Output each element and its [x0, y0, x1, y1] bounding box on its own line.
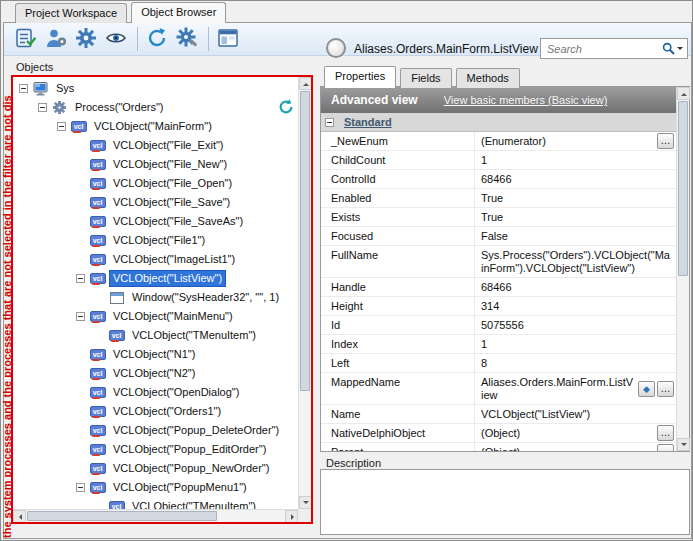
tree-item-label: VCLObject("MainMenu") — [110, 309, 236, 324]
scroll-down-button[interactable] — [677, 438, 690, 451]
tree-item[interactable]: vclVCLObject("MainForm") — [13, 117, 298, 136]
expander-spacer — [76, 350, 85, 359]
collapse-toggle[interactable] — [76, 483, 85, 492]
tree-horizontal-scrollbar[interactable] — [13, 509, 298, 522]
mapped-name-button[interactable]: ◆ — [638, 381, 655, 397]
property-row[interactable]: ExistsTrue — [321, 208, 676, 227]
tree-item[interactable]: Window("SysHeader32", "", 1) — [13, 288, 298, 307]
tree-item[interactable]: vclVCLObject("File_Open") — [13, 174, 298, 193]
panel-grid-button[interactable] — [214, 25, 242, 53]
search-options-dropdown-icon[interactable] — [677, 47, 683, 53]
search-input[interactable] — [545, 42, 660, 56]
tree-item[interactable]: vclVCLObject("File1") — [13, 231, 298, 250]
user-gear-button[interactable] — [42, 25, 70, 53]
tree-item[interactable]: vclVCLObject("Popup_DeleteOrder") — [13, 421, 298, 440]
collapse-toggle[interactable] — [76, 312, 85, 321]
property-value: (Object)… — [475, 424, 676, 442]
vcl-icon: vcl — [89, 196, 106, 210]
collapse-toggle[interactable] — [57, 122, 66, 131]
vcl-icon: vcl — [89, 405, 106, 419]
property-row[interactable]: NameVCLObject("ListView") — [321, 405, 676, 424]
property-row[interactable]: MappedNameAliases.Orders.MainForm.ListVi… — [321, 373, 676, 405]
tab-properties[interactable]: Properties — [324, 66, 396, 88]
ellipsis-button[interactable]: … — [657, 425, 674, 441]
scroll-up-button[interactable] — [299, 77, 311, 90]
section-collapse-toggle[interactable] — [325, 118, 334, 127]
property-row[interactable]: ControlId68466 — [321, 170, 676, 189]
tree-item-label: VCLObject("ListView") — [110, 271, 225, 286]
tree-item[interactable]: vclVCLObject("File_New") — [13, 155, 298, 174]
property-row[interactable]: Index1 — [321, 335, 676, 354]
tree-item[interactable]: vclVCLObject("File_Exit") — [13, 136, 298, 155]
tree-item[interactable]: vclVCLObject("TMenuItem") — [13, 497, 298, 509]
objects-panel-title: Objects — [16, 61, 53, 73]
tree-item-label: VCLObject("File_Open") — [110, 176, 235, 191]
tree-item[interactable]: vclVCLObject("N2") — [13, 364, 298, 383]
collapse-toggle[interactable] — [19, 84, 28, 93]
tree-item[interactable]: vclVCLObject("OpenDialog") — [13, 383, 298, 402]
tree-item[interactable]: vclVCLObject("MainMenu") — [13, 307, 298, 326]
gear-wrench-button[interactable] — [173, 25, 201, 53]
tree-item-label: VCLObject("Orders1") — [110, 404, 224, 419]
tree-item[interactable]: Sys — [13, 79, 298, 98]
tab-fields[interactable]: Fields — [400, 68, 451, 88]
collapse-toggle[interactable] — [76, 274, 85, 283]
tree-vscroll-thumb[interactable] — [300, 91, 310, 391]
tree-hscroll-thumb[interactable] — [27, 511, 217, 521]
scroll-right-button[interactable] — [285, 510, 298, 522]
properties-vertical-scrollbar[interactable] — [676, 87, 689, 451]
highlight-checklist-button[interactable] — [12, 25, 40, 53]
tab-methods[interactable]: Methods — [456, 68, 520, 88]
property-value-text: 1 — [481, 154, 670, 167]
collapse-toggle[interactable] — [38, 103, 47, 112]
property-row[interactable]: FocusedFalse — [321, 227, 676, 246]
property-row[interactable]: _NewEnum(Enumerator)… — [321, 132, 676, 151]
tree-item[interactable]: vclVCLObject("Popup_EditOrder") — [13, 440, 298, 459]
vcl-icon: vcl — [108, 500, 125, 510]
tree-item[interactable]: vclVCLObject("File_Save") — [13, 193, 298, 212]
refresh-button[interactable] — [143, 25, 171, 53]
vcl-icon: vcl — [89, 367, 106, 381]
property-value: Aliases.Orders.MainForm.ListView◆… — [475, 373, 676, 404]
tree-vertical-scrollbar[interactable] — [298, 77, 311, 509]
tab-project-workspace[interactable]: Project Workspace — [15, 3, 127, 23]
tree-item[interactable]: vclVCLObject("PopupMenu1") — [13, 478, 298, 497]
property-row[interactable]: Id5075556 — [321, 316, 676, 335]
scroll-up-button[interactable] — [677, 87, 690, 100]
tree-item[interactable]: vclVCLObject("ImageList1") — [13, 250, 298, 269]
computer-icon — [32, 82, 49, 96]
property-row[interactable]: Handle68466 — [321, 278, 676, 297]
tree-item[interactable]: Process("Orders") — [13, 98, 298, 117]
ellipsis-button[interactable]: … — [657, 444, 674, 451]
tree-item[interactable]: vclVCLObject("Popup_NewOrder") — [13, 459, 298, 478]
scroll-left-button[interactable] — [13, 510, 26, 522]
tree-item[interactable]: vclVCLObject("N1") — [13, 345, 298, 364]
property-grid-rows: _NewEnum(Enumerator)…ChildCount1ControlI… — [321, 132, 676, 451]
eye-button[interactable] — [102, 25, 130, 53]
property-row[interactable]: NativeDelphiObject(Object)… — [321, 424, 676, 443]
tree-item[interactable]: vclVCLObject("ListView") — [13, 269, 298, 288]
property-value: 68466 — [475, 278, 676, 296]
tab-object-browser[interactable]: Object Browser — [131, 2, 226, 23]
tree-item-label: VCLObject("N1") — [110, 347, 198, 362]
property-row[interactable]: Left8 — [321, 354, 676, 373]
property-row[interactable]: Height314 — [321, 297, 676, 316]
search-icon[interactable] — [662, 42, 675, 55]
property-row[interactable]: FullNameSys.Process("Orders").VCLObject(… — [321, 246, 676, 278]
ellipsis-button[interactable]: … — [657, 381, 674, 397]
properties-vscroll-thumb[interactable] — [678, 101, 688, 276]
scroll-down-button[interactable] — [299, 496, 311, 509]
basic-view-link[interactable]: View basic members (Basic view) — [444, 94, 608, 106]
tree-item-label: VCLObject("File_Save") — [110, 195, 233, 210]
ellipsis-button[interactable]: … — [657, 133, 674, 149]
tree-item-label: Sys — [53, 81, 77, 96]
gear-button[interactable] — [72, 25, 100, 53]
gear-wrench-icon — [176, 27, 198, 51]
property-row[interactable]: ChildCount1 — [321, 151, 676, 170]
vcl-icon: vcl — [70, 120, 87, 134]
property-row[interactable]: Parent(Object)… — [321, 443, 676, 451]
tree-item[interactable]: vclVCLObject("TMenuItem") — [13, 326, 298, 345]
property-row[interactable]: EnabledTrue — [321, 189, 676, 208]
tree-item[interactable]: vclVCLObject("File_SaveAs") — [13, 212, 298, 231]
tree-item[interactable]: vclVCLObject("Orders1") — [13, 402, 298, 421]
